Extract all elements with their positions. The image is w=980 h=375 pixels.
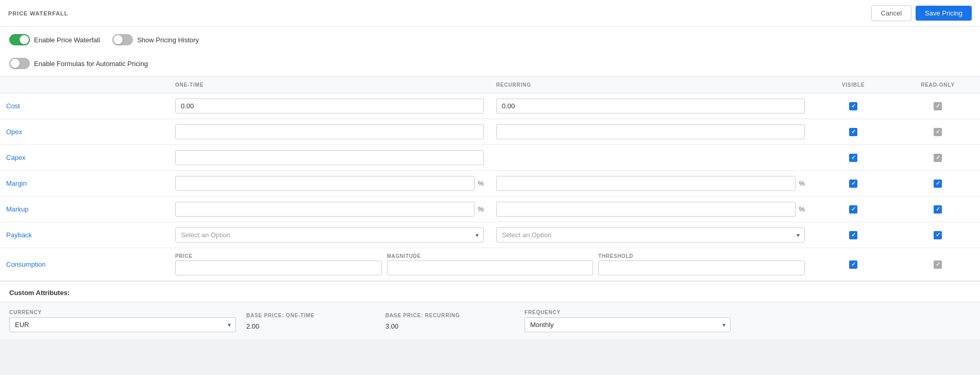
enable-formulas-label: Enable Formulas for Automatic Pricing <box>34 60 148 68</box>
markup-recurring-input[interactable] <box>496 202 796 217</box>
capex-visible-checkbox[interactable] <box>849 154 857 162</box>
table-row: Payback Select an Option Select an Optio… <box>0 222 980 248</box>
show-pricing-history-group: Show Pricing History <box>112 34 199 45</box>
table-row: Capex <box>0 145 980 171</box>
opex-readonly-checkbox[interactable] <box>934 128 942 136</box>
margin-onetime-input[interactable] <box>175 176 475 191</box>
base-price-recurring-group: BASE PRICE: RECURRING 3.00 <box>385 313 514 332</box>
cost-onetime-input[interactable] <box>175 99 484 113</box>
payback-onetime-select[interactable]: Select an Option <box>175 227 484 242</box>
col-header-label <box>0 77 169 93</box>
header-actions: Cancel Save Pricing <box>871 5 972 21</box>
show-pricing-history-label: Show Pricing History <box>137 36 199 44</box>
base-price-recurring-value: 3.00 <box>385 320 514 332</box>
consumption-price-label: PRICE <box>175 253 382 259</box>
markup-readonly-checkbox[interactable] <box>934 205 942 214</box>
markup-onetime-input[interactable] <box>175 202 475 217</box>
row-label-consumption: Consumption <box>6 260 46 268</box>
payback-recurring-select-wrapper: Select an Option <box>496 227 805 242</box>
margin-recurring-pct: % <box>799 180 805 187</box>
consumption-price-group: PRICE <box>175 253 382 275</box>
base-price-onetime-group: BASE PRICE: ONE-TIME 2.00 <box>246 313 375 332</box>
currency-group: CURRENCY EUR <box>9 309 236 332</box>
table-row: Cost <box>0 93 980 119</box>
frequency-group: FREQUENCY Monthly <box>525 309 731 332</box>
payback-onetime-select-wrapper: Select an Option <box>175 227 484 242</box>
consumption-price-input[interactable] <box>175 260 382 275</box>
row-label-margin: Margin <box>6 180 27 187</box>
cost-recurring-input[interactable] <box>496 99 805 113</box>
base-price-onetime-value: 2.00 <box>246 320 375 332</box>
currency-label: CURRENCY <box>9 309 236 315</box>
row-label-payback: Payback <box>6 231 32 239</box>
custom-attrs-header: Custom Attributes: <box>0 282 980 302</box>
capex-readonly-checkbox[interactable] <box>934 154 942 162</box>
currency-select-wrapper: EUR <box>9 317 236 332</box>
page-title: PRICE WATERFALL <box>8 10 68 17</box>
enable-price-waterfall-label: Enable Price Waterfall <box>34 36 100 44</box>
cost-readonly-checkbox[interactable] <box>934 102 942 110</box>
show-pricing-history-toggle[interactable] <box>112 34 133 45</box>
base-price-recurring-label: BASE PRICE: RECURRING <box>385 313 514 318</box>
row-label-capex: Capex <box>6 154 26 161</box>
col-header-recurring: RECURRING <box>490 77 811 93</box>
pricing-table-container: ONE-TIME RECURRING VISIBLE READ-ONLY Cos… <box>0 77 980 281</box>
custom-attrs-section: Custom Attributes: CURRENCY EUR BASE PRI… <box>0 281 980 339</box>
col-header-onetime: ONE-TIME <box>169 77 490 93</box>
table-row: Markup % % <box>0 197 980 222</box>
table-row: Opex <box>0 119 980 145</box>
consumption-magnitude-group: MAGNITUDE <box>387 253 594 275</box>
enable-formulas-toggle[interactable] <box>9 58 30 69</box>
row-label-markup: Markup <box>6 205 28 213</box>
frequency-select-wrapper: Monthly <box>525 317 731 332</box>
payback-visible-checkbox[interactable] <box>849 231 857 239</box>
markup-onetime-pct: % <box>478 205 484 213</box>
frequency-label: FREQUENCY <box>525 309 731 315</box>
margin-visible-checkbox[interactable] <box>849 180 857 188</box>
col-header-visible: VISIBLE <box>811 77 895 93</box>
payback-readonly-checkbox[interactable] <box>934 231 942 239</box>
app-header: PRICE WATERFALL Cancel Save Pricing <box>0 0 980 27</box>
margin-recurring-input[interactable] <box>496 176 796 191</box>
opex-recurring-input[interactable] <box>496 124 805 139</box>
row-label-cost: Cost <box>6 102 20 110</box>
consumption-magnitude-label: MAGNITUDE <box>387 253 594 259</box>
consumption-visible-checkbox[interactable] <box>849 260 857 269</box>
custom-attrs-title: Custom Attributes: <box>9 289 70 297</box>
cancel-button[interactable]: Cancel <box>871 5 911 21</box>
pricing-table: ONE-TIME RECURRING VISIBLE READ-ONLY Cos… <box>0 77 980 281</box>
enable-price-waterfall-group: Enable Price Waterfall <box>9 34 100 45</box>
frequency-select[interactable]: Monthly <box>525 317 731 332</box>
custom-attrs-body: CURRENCY EUR BASE PRICE: ONE-TIME 2.00 B… <box>0 302 980 339</box>
consumption-threshold-group: THRESHOLD <box>598 253 805 275</box>
margin-readonly-checkbox[interactable] <box>934 180 942 188</box>
markup-visible-checkbox[interactable] <box>849 205 857 214</box>
markup-recurring-pct: % <box>799 205 805 213</box>
controls-bar: Enable Price Waterfall Show Pricing Hist… <box>0 27 980 77</box>
enable-formulas-group: Enable Formulas for Automatic Pricing <box>9 58 971 69</box>
table-row-consumption: Consumption PRICE MAGNITUDE THRESHOLD <box>0 248 980 281</box>
consumption-fields: PRICE MAGNITUDE THRESHOLD <box>175 253 805 275</box>
opex-onetime-input[interactable] <box>175 124 484 139</box>
enable-price-waterfall-toggle[interactable] <box>9 34 30 45</box>
consumption-threshold-label: THRESHOLD <box>598 253 805 259</box>
table-row: Margin % % <box>0 171 980 197</box>
capex-onetime-input[interactable] <box>175 150 484 165</box>
payback-recurring-select[interactable]: Select an Option <box>496 227 805 242</box>
consumption-threshold-input[interactable] <box>598 260 805 275</box>
base-price-onetime-label: BASE PRICE: ONE-TIME <box>246 313 375 318</box>
margin-onetime-pct: % <box>478 180 484 187</box>
consumption-magnitude-input[interactable] <box>387 260 594 275</box>
currency-select[interactable]: EUR <box>9 317 236 332</box>
cost-visible-checkbox[interactable] <box>849 102 857 110</box>
col-header-readonly: READ-ONLY <box>895 77 980 93</box>
save-pricing-button[interactable]: Save Pricing <box>916 6 972 21</box>
row-label-opex: Opex <box>6 128 22 136</box>
consumption-readonly-checkbox[interactable] <box>934 260 942 269</box>
opex-visible-checkbox[interactable] <box>849 128 857 136</box>
